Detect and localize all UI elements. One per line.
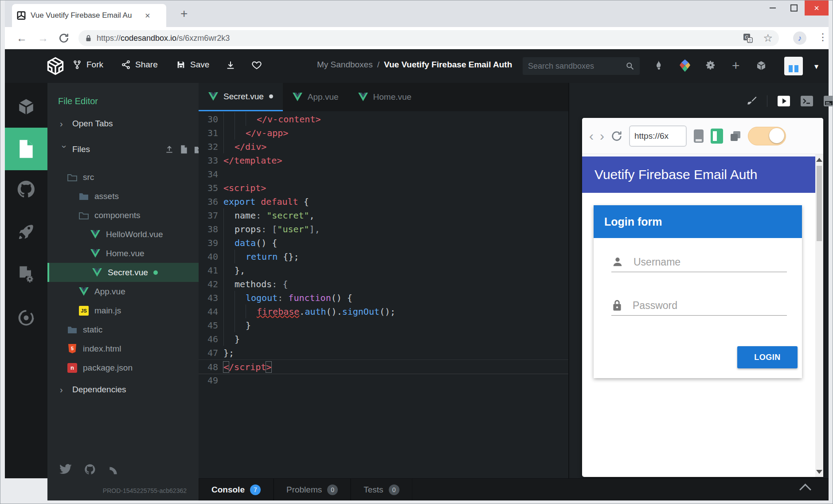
download-icon[interactable] [226, 60, 235, 70]
terminal-icon[interactable] [800, 95, 813, 107]
file-tree-row-src[interactable]: src [47, 168, 199, 187]
trending-flame-icon[interactable] [653, 60, 664, 71]
preview-address-bar[interactable]: https://6x [629, 125, 687, 147]
scroll-up-icon[interactable] [816, 158, 822, 162]
github-icon[interactable] [84, 463, 96, 476]
code-line[interactable]: 34 [199, 167, 568, 181]
code-line[interactable]: 49 [199, 373, 568, 387]
fork-button[interactable]: Fork [72, 60, 103, 70]
window-minimize-button[interactable] [762, 0, 783, 16]
file-tree-row-static[interactable]: static [47, 320, 199, 339]
scroll-down-icon[interactable] [816, 470, 822, 474]
bookmark-star-icon[interactable]: ☆ [763, 33, 773, 43]
code-line[interactable]: 36 export default { [199, 195, 568, 208]
rail-project-cube-icon[interactable] [5, 91, 47, 123]
new-tab-button[interactable]: + [180, 8, 188, 19]
forward-icon[interactable]: → [38, 32, 48, 44]
devtools-tab-console[interactable]: Console 7 [199, 479, 274, 500]
code-line[interactable]: 32 </div> [199, 140, 568, 153]
code-line[interactable]: 37 name: "secret", [199, 208, 568, 222]
file-tree-row-home-vue[interactable]: Home.vue [47, 244, 199, 263]
open-tabs-section[interactable]: › Open Tabs [47, 115, 211, 133]
reload-icon[interactable] [58, 32, 70, 44]
code-line[interactable]: 45 } [199, 318, 568, 332]
pro-gem-icon[interactable] [679, 59, 691, 72]
code-line[interactable]: 35 <script> [199, 181, 568, 195]
editor-tab-app-vue[interactable]: App.vue [283, 83, 348, 111]
window-maximize-button[interactable] [783, 0, 805, 16]
rail-github-icon[interactable] [5, 173, 47, 205]
editor-tab-secret-vue[interactable]: Secret.vue [199, 83, 283, 111]
file-tree-row-index-html[interactable]: 5 index.html [47, 339, 199, 358]
login-button[interactable]: LOGIN [737, 346, 798, 368]
dependencies-section[interactable]: › Dependencies [47, 381, 211, 399]
code-line[interactable]: 30 </v-content> [199, 112, 568, 126]
preview-reload-icon[interactable] [610, 130, 623, 142]
responsive-mode-icon[interactable] [693, 129, 704, 144]
live-reload-toggle[interactable] [748, 127, 786, 145]
username-field[interactable]: Username [611, 252, 787, 272]
file-tree-row-helloworld-vue[interactable]: HelloWorld.vue [47, 225, 199, 244]
breadcrumb-parent[interactable]: My Sandboxes [317, 60, 373, 70]
file-tree-row-secret-vue[interactable]: Secret.vue [47, 263, 199, 282]
code-line[interactable]: 41 }, [199, 263, 568, 277]
file-tree-row-components[interactable]: components [47, 206, 199, 225]
code-line[interactable]: 47 }; [199, 346, 568, 359]
browser-tab[interactable]: Vue Vuetify Firebase Email Au × [12, 4, 166, 27]
music-extension-icon[interactable]: ♪ [793, 31, 806, 45]
split-view-icon[interactable] [711, 129, 723, 144]
code-line[interactable]: 48 </script> [199, 359, 568, 374]
expand-console-button[interactable] [801, 485, 810, 494]
prettier-brush-icon[interactable] [747, 96, 757, 106]
codesandbox-logo-icon[interactable] [46, 56, 65, 76]
code-line[interactable]: 46 } [199, 332, 568, 346]
console-layout-icon[interactable] [823, 95, 833, 107]
address-bar[interactable]: https://codesandbox.io/s/6xzm6wr2k3 G文 ☆ [78, 30, 779, 46]
settings-gear-icon[interactable] [705, 60, 716, 70]
rail-rocket-icon[interactable] [5, 216, 47, 248]
rail-server-settings-icon[interactable] [5, 258, 47, 290]
code-line[interactable]: 44 firebase.auth().signOut(); [199, 305, 568, 318]
code-area[interactable]: 30 </v-content> 31 </v-app> 32 </div> 33… [199, 111, 568, 478]
password-field[interactable]: Password [611, 296, 787, 316]
new-file-icon[interactable] [180, 145, 188, 154]
translate-icon[interactable]: G文 [743, 33, 753, 43]
open-in-new-window-icon[interactable] [729, 130, 742, 142]
preview-forward-icon[interactable]: › [600, 129, 604, 143]
editor-tab-home-vue[interactable]: Home.vue [348, 83, 422, 111]
like-heart-icon[interactable] [251, 60, 262, 70]
spectrum-icon[interactable] [108, 464, 119, 475]
code-line[interactable]: 39 data() { [199, 236, 568, 250]
file-tree-row-app-vue[interactable]: App.vue [47, 282, 199, 301]
code-line[interactable]: 42 methods: { [199, 277, 568, 291]
upload-file-icon[interactable] [165, 145, 174, 154]
window-close-button[interactable]: × [805, 0, 829, 16]
preview-toggle-icon[interactable] [777, 95, 790, 107]
browser-menu-icon[interactable]: ⋮ [818, 31, 828, 43]
code-line[interactable]: 40 return {}; [199, 250, 568, 263]
back-icon[interactable]: ← [16, 32, 27, 44]
tab-close-icon[interactable]: × [145, 11, 150, 21]
preview-scrollbar[interactable] [815, 154, 823, 477]
file-tree-row-assets[interactable]: assets [47, 187, 199, 206]
new-sandbox-plus-icon[interactable]: + [732, 58, 740, 73]
code-line[interactable]: 43 logout: function() { [199, 291, 568, 305]
user-menu-caret-icon[interactable]: ▾ [814, 62, 818, 71]
file-tree-row-main-js[interactable]: JS main.js [47, 301, 199, 320]
rail-file-editor-icon[interactable] [5, 128, 47, 170]
file-tree-row-package-json[interactable]: n package.json [47, 358, 199, 377]
search-sandboxes-input[interactable]: Search sandboxes [523, 57, 640, 75]
twitter-icon[interactable] [59, 464, 72, 475]
preview-back-icon[interactable]: ‹ [589, 129, 594, 143]
code-line[interactable]: 38 props: ["user"], [199, 222, 568, 236]
devtools-tab-tests[interactable]: Tests 0 [351, 479, 412, 500]
code-line[interactable]: 31 </v-app> [199, 126, 568, 140]
share-button[interactable]: Share [121, 60, 158, 70]
my-sandboxes-cube-icon[interactable] [756, 60, 767, 71]
devtools-tab-problems[interactable]: Problems 0 [274, 479, 351, 500]
rail-live-broadcast-icon[interactable] [5, 302, 47, 334]
save-button[interactable]: Save [176, 60, 209, 70]
user-avatar[interactable] [784, 57, 803, 75]
code-line[interactable]: 33 </template> [199, 153, 568, 167]
scrollbar-thumb[interactable] [817, 166, 822, 241]
